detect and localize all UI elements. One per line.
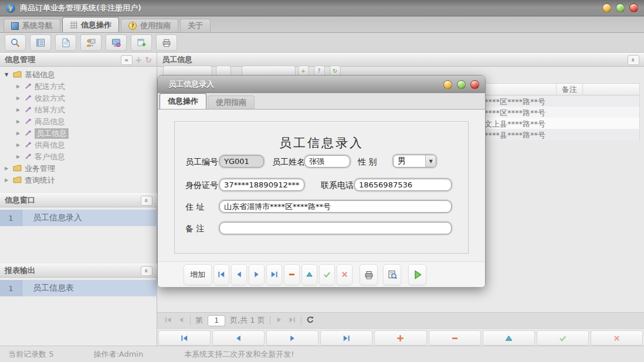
last-record-button[interactable] [320, 330, 372, 346]
delete-record-button[interactable] [284, 264, 300, 285]
remark-field[interactable] [219, 222, 452, 234]
print-button[interactable] [360, 264, 378, 285]
dialog-close-button[interactable] [470, 80, 479, 89]
collapse-main-panel-button[interactable]: « [628, 55, 639, 65]
edit-record-button[interactable] [483, 330, 535, 346]
add-record-button[interactable] [374, 330, 426, 346]
refresh-icon: ↻ [145, 55, 152, 64]
next-record-button[interactable] [249, 264, 265, 285]
address-field[interactable] [219, 200, 452, 213]
prev-record-button[interactable] [231, 264, 247, 285]
refresh-grid-button[interactable] [306, 316, 314, 326]
first-record-button[interactable] [213, 264, 229, 285]
last-page-button[interactable] [288, 316, 296, 326]
emp-name-field[interactable] [304, 155, 350, 168]
next-record-button[interactable] [266, 330, 318, 346]
page-prefix-label: 第 [195, 315, 203, 326]
tree-item-query-stats[interactable]: ▶ 查询统计 [0, 175, 157, 186]
edit-record-button[interactable] [301, 264, 317, 285]
close-button[interactable] [629, 4, 638, 12]
dialog-title-bar[interactable]: 员工信息录入 [158, 76, 485, 93]
new-window-button[interactable] [131, 35, 152, 51]
status-bar: 当前记录数 5 操作者:Admin 本系统支持二次开发和全新开发! [0, 346, 644, 362]
tree-collapsed-icon[interactable]: ▶ [16, 119, 22, 124]
dialog-tab-user-guide[interactable]: 使用指南 [208, 95, 255, 109]
first-record-button[interactable] [158, 330, 211, 346]
tab-system-nav[interactable]: 系统导航 [4, 19, 60, 32]
chevron-up-icon: « [143, 268, 150, 272]
run-report-button[interactable] [408, 264, 426, 285]
last-record-button[interactable] [266, 264, 282, 285]
search-button[interactable] [5, 35, 26, 51]
tree-item-delivery-method[interactable]: ▶ 配送方式 [0, 81, 157, 93]
tree-collapsed-icon[interactable]: ▶ [16, 155, 22, 159]
minimize-button[interactable] [602, 4, 611, 12]
tree-item-basic-info[interactable]: ▼ 基础信息 [0, 69, 157, 81]
wand-icon [25, 141, 32, 150]
maximize-button[interactable] [616, 4, 625, 12]
dialog-title: 员工信息录入 [168, 79, 214, 90]
tree-label: 配送方式 [35, 81, 65, 92]
add-button[interactable]: 增加 [184, 264, 212, 285]
monitor-button[interactable] [106, 35, 127, 51]
tab-about[interactable]: 关于 [180, 19, 211, 32]
tree-item-settlement-method[interactable]: ▶ 结算方式 [0, 104, 157, 116]
tab-label: 关于 [188, 21, 203, 31]
confirm-record-button[interactable] [537, 330, 589, 346]
report-output-row[interactable]: 1 员工信息表 [0, 280, 157, 296]
dialog-minimize-button[interactable] [443, 80, 452, 89]
tree-expanded-icon[interactable]: ▼ [5, 73, 10, 77]
tree-collapsed-icon[interactable]: ▶ [16, 84, 22, 89]
phone-field[interactable] [354, 179, 452, 191]
printer-button[interactable] [156, 35, 177, 51]
report-list-button[interactable] [30, 35, 51, 51]
remark-label: 备 注 [185, 222, 204, 235]
save-record-button[interactable] [319, 264, 335, 285]
tree-item-payment-method[interactable]: ▶ 收款方式 [0, 93, 157, 104]
cancel-record-button[interactable] [591, 330, 643, 346]
tree-item-employee-info[interactable]: ▶ 员工信息 [0, 128, 157, 139]
tree-collapsed-icon[interactable]: ▶ [5, 166, 10, 171]
cancel-record-button[interactable] [337, 264, 352, 285]
page-number-input[interactable] [208, 315, 225, 326]
dialog-tab-info-operation[interactable]: 信息操作 [160, 93, 206, 109]
folder-icon [13, 165, 22, 173]
next-page-button[interactable] [275, 316, 283, 326]
prev-record-button[interactable] [212, 330, 265, 346]
printer-icon [161, 37, 172, 48]
tree-collapsed-icon[interactable]: ▶ [5, 178, 10, 183]
tree-item-business-manage[interactable]: ▶ 业务管理 [0, 163, 157, 175]
tree-collapsed-icon[interactable]: ▶ [16, 108, 22, 112]
collapse-sidebar-button[interactable]: « [121, 55, 133, 65]
remark-column-header[interactable]: 备注 [556, 84, 582, 95]
document-button[interactable] [55, 35, 76, 51]
collapse-panel-button[interactable]: « [141, 266, 152, 276]
employee-form-groupbox: 员工信息录入 员工编号 员工姓名 性 别 男 ▼ 身份证号 联系电话 住 址 备… [174, 121, 469, 254]
print-preview-button[interactable] [383, 264, 401, 285]
record-count-status: 当前记录数 5 [8, 349, 53, 360]
dialog-maximize-button[interactable] [457, 80, 466, 89]
tree-collapsed-icon[interactable]: ▶ [16, 96, 22, 101]
chevron-down-icon[interactable]: ▼ [425, 155, 436, 167]
tab-info-operation[interactable]: 信息操作 [62, 17, 119, 32]
monitor-web-icon [111, 37, 121, 48]
tab-user-guide[interactable]: ? 使用指南 [121, 19, 178, 32]
info-window-row[interactable]: 1 员工信息录入 [0, 210, 157, 226]
wand-icon [25, 153, 32, 162]
tree-collapsed-icon[interactable]: ▶ [16, 143, 22, 148]
tree-collapsed-icon[interactable]: ▶ [16, 131, 22, 136]
tree-item-customer-info[interactable]: ▶ 客户信息 [0, 151, 157, 163]
collapse-panel-button[interactable]: « [141, 196, 152, 206]
tree-item-product-info[interactable]: ▶ 商品信息 [0, 116, 157, 128]
id-card-field[interactable] [219, 179, 304, 191]
first-page-button[interactable] [164, 316, 172, 326]
chevron-up-icon: « [143, 198, 150, 202]
emp-id-field[interactable] [219, 155, 264, 168]
record-nav-bar [158, 330, 643, 346]
prev-page-button[interactable] [177, 316, 185, 326]
gender-select[interactable]: 男 ▼ [393, 155, 436, 168]
id-card-label: 身份证号 [185, 179, 218, 192]
delete-record-button[interactable] [429, 330, 481, 346]
employee-button[interactable] [80, 35, 101, 51]
tree-item-supplier-info[interactable]: ▶ 供商信息 [0, 139, 157, 151]
